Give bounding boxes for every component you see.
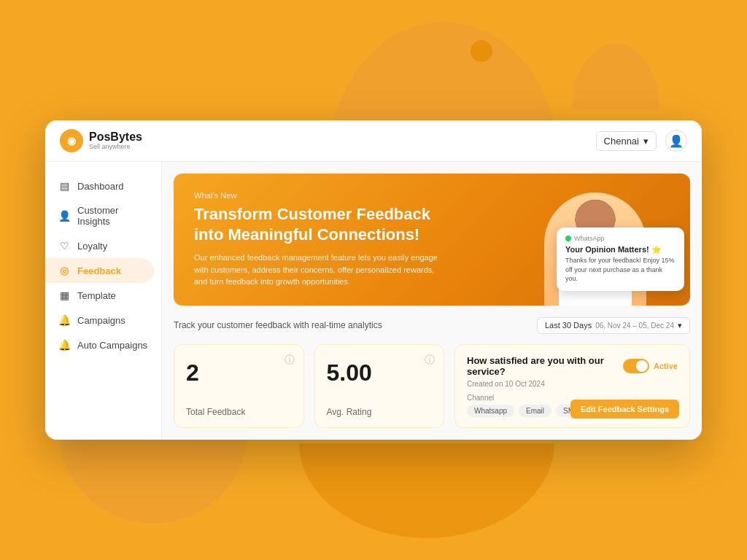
- bg-decoration-bottom-right: [299, 443, 554, 538]
- total-feedback-card: ⓘ 2 Total Feedback: [174, 344, 304, 428]
- dashboard-icon: ▤: [58, 180, 70, 192]
- banner-description: Our enhanced feedback management feature…: [194, 252, 442, 288]
- sidebar-item-customer-insights[interactable]: 👤 Customer Insights: [45, 198, 161, 233]
- feedback-settings-card: How satisfied are you with our service? …: [454, 344, 690, 428]
- active-toggle[interactable]: [623, 359, 649, 373]
- sidebar-label-auto-campaigns: Auto Campaigns: [77, 340, 147, 351]
- banner-whats-new: What's New: [194, 191, 670, 200]
- channel-email: Email: [519, 405, 551, 417]
- avg-rating-label: Avg. Rating: [327, 407, 372, 417]
- sidebar-item-loyalty[interactable]: ♡ Loyalty: [45, 233, 161, 258]
- app-window: ◉ PosBytes Sell anywhere Chennai ▾ 👤 ▤ D…: [45, 120, 702, 440]
- stats-row: ⓘ 2 Total Feedback ⓘ 5.00 Avg. Rating Ho…: [174, 344, 690, 428]
- app-layout: ▤ Dashboard 👤 Customer Insights ♡ Loyalt…: [45, 162, 702, 440]
- bg-decoration-dot: [471, 40, 492, 62]
- date-preset-label: Last 30 Days: [545, 321, 592, 330]
- app-tagline: Sell anywhere: [89, 143, 142, 150]
- analytics-bar: Track your customer feedback with real-t…: [174, 317, 690, 334]
- logo: ◉ PosBytes Sell anywhere: [60, 129, 142, 152]
- location-selector[interactable]: Chennai ▾: [596, 131, 657, 151]
- feedback-icon: ◎: [58, 265, 70, 276]
- date-range: 06, Nov 24 – 05, Dec 24: [595, 322, 674, 330]
- analytics-track-label: Track your customer feedback with real-t…: [174, 320, 382, 330]
- main-content: What's New Transform Customer Feedbackin…: [162, 162, 702, 440]
- chevron-down-icon: ▾: [643, 136, 649, 147]
- promo-banner: What's New Transform Customer Feedbackin…: [174, 174, 690, 306]
- edit-feedback-settings-button[interactable]: Edit Feedback Settings: [570, 400, 679, 419]
- logo-text: PosBytes Sell anywhere: [89, 131, 142, 150]
- bg-decoration-right: [572, 44, 659, 109]
- user-profile-icon[interactable]: 👤: [665, 130, 687, 152]
- logo-icon: ◉: [60, 129, 83, 152]
- sidebar-label-template: Template: [77, 290, 116, 301]
- total-feedback-value: 2: [186, 359, 292, 386]
- sidebar-label-loyalty: Loyalty: [77, 241, 107, 252]
- sidebar-item-feedback[interactable]: ◎ Feedback: [45, 258, 154, 283]
- active-label: Active: [654, 362, 678, 370]
- feedback-question: How satisfied are you with our service?: [467, 355, 623, 377]
- info-icon-rating: ⓘ: [425, 354, 435, 367]
- avg-rating-value: 5.00: [327, 359, 433, 386]
- banner-title: Transform Customer Feedbackinto Meaningf…: [194, 204, 670, 244]
- sidebar-label-customer-insights: Customer Insights: [77, 205, 148, 227]
- template-icon: ▦: [58, 289, 70, 301]
- header: ◉ PosBytes Sell anywhere Chennai ▾ 👤: [45, 120, 702, 162]
- bg-decoration-bottom-left: [58, 429, 248, 524]
- banner-content: What's New Transform Customer Feedbackin…: [194, 191, 670, 288]
- sidebar-item-template[interactable]: ▦ Template: [45, 283, 161, 308]
- avg-rating-card: ⓘ 5.00 Avg. Rating: [314, 344, 445, 428]
- channel-whatsapp: Whatsapp: [467, 405, 514, 417]
- auto-campaigns-icon: 🔔: [58, 339, 70, 351]
- info-icon: ⓘ: [285, 354, 295, 367]
- date-selector[interactable]: Last 30 Days 06, Nov 24 – 05, Dec 24 ▾: [537, 317, 690, 334]
- location-text: Chennai: [604, 136, 639, 147]
- chevron-down-icon: ▾: [678, 321, 682, 330]
- sidebar-item-campaigns[interactable]: 🔔 Campaigns: [45, 308, 161, 332]
- feedback-card-header: How satisfied are you with our service? …: [467, 355, 678, 377]
- toggle-wrap: Active: [623, 359, 678, 373]
- sidebar-label-campaigns: Campaigns: [77, 315, 125, 326]
- sidebar-item-dashboard[interactable]: ▤ Dashboard: [45, 174, 161, 198]
- customer-insights-icon: 👤: [58, 210, 70, 222]
- app-name: PosBytes: [89, 131, 142, 143]
- feedback-created-date: Created on 10 Oct 2024: [467, 380, 678, 388]
- sidebar: ▤ Dashboard 👤 Customer Insights ♡ Loyalt…: [45, 162, 162, 440]
- header-right: Chennai ▾ 👤: [596, 130, 687, 152]
- sidebar-label-dashboard: Dashboard: [77, 181, 124, 192]
- sidebar-label-feedback: Feedback: [77, 265, 121, 276]
- campaigns-icon: 🔔: [58, 314, 70, 326]
- total-feedback-label: Total Feedback: [186, 407, 245, 417]
- loyalty-icon: ♡: [58, 240, 70, 252]
- sidebar-item-auto-campaigns[interactable]: 🔔 Auto Campaigns: [45, 332, 161, 357]
